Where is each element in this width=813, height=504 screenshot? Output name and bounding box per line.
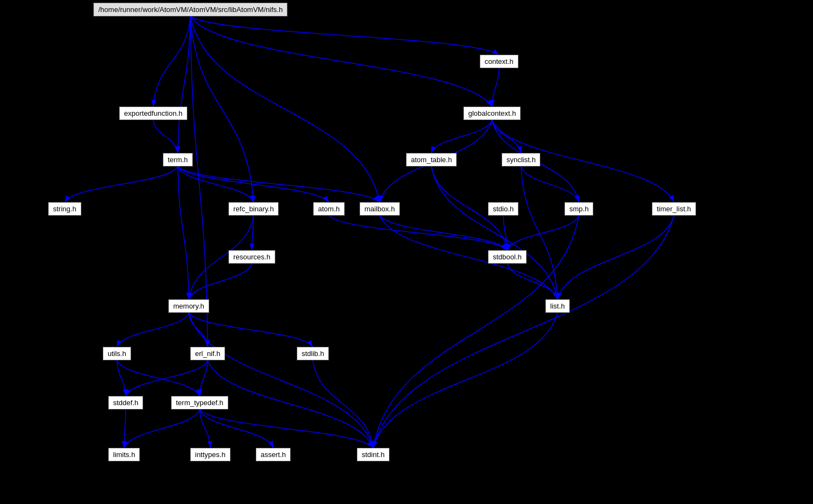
edge-nifs_h-mailbox_h <box>191 16 380 202</box>
node-list_h: list.h <box>545 299 570 313</box>
edge-stdbool_h-list_h <box>508 264 558 299</box>
edge-atom_table_h-list_h <box>432 167 558 299</box>
node-mailbox_h: mailbox.h <box>360 202 400 216</box>
edge-term_h-memory_h <box>178 167 189 299</box>
node-assert_h: assert.h <box>256 448 291 461</box>
node-stdio_h: stdio.h <box>488 202 519 216</box>
graph-container: /home/runner/work/AtomVM/AtomVM/src/libA… <box>0 0 813 504</box>
node-atom_table_h: atom_table.h <box>406 153 457 167</box>
edge-erl_nif_h-stdint_h <box>208 360 373 448</box>
node-memory_h: memory.h <box>168 299 209 313</box>
node-smp_h: smp.h <box>564 202 593 216</box>
node-stdint_h: stdint.h <box>357 448 390 461</box>
edge-atom_h-stdbool_h <box>329 216 508 250</box>
edge-nifs_h-exportedfunction_h <box>154 16 191 106</box>
node-atom_h: atom.h <box>313 202 345 216</box>
edge-stdio_h-stdbool_h <box>503 216 508 250</box>
edge-memory_h-stdint_h <box>189 313 374 448</box>
edge-mailbox_h-list_h <box>380 216 558 299</box>
node-utils_h: utils.h <box>103 347 131 360</box>
edge-globalcontext_h-atom_table_h <box>432 120 492 153</box>
node-stddef_h: stddef.h <box>108 396 143 410</box>
edge-stddef_h-limits_h <box>124 410 126 448</box>
edges-svg <box>0 0 813 504</box>
node-refc_binary_h: refc_binary.h <box>228 202 279 216</box>
edge-utils_h-term_typedef_h <box>117 360 200 396</box>
node-term_h: term.h <box>163 153 193 167</box>
node-stdlib_h: stdlib.h <box>297 347 329 360</box>
node-nifs_h: /home/runner/work/AtomVM/AtomVM/src/libA… <box>93 3 287 16</box>
node-globalcontext_h: globalcontext.h <box>463 106 521 120</box>
edge-resources_h-memory_h <box>189 264 252 299</box>
edge-term_h-string_h <box>65 167 178 202</box>
edge-memory_h-utils_h <box>117 313 189 347</box>
node-exportedfunction_h: exportedfunction.h <box>119 106 187 120</box>
edge-nifs_h-context_h <box>191 16 499 55</box>
edge-globalcontext_h-synclist_h <box>492 120 521 153</box>
edge-term_h-mailbox_h <box>178 167 380 202</box>
edge-term_typedef_h-stdint_h <box>200 410 374 448</box>
node-string_h: string.h <box>48 202 81 216</box>
edge-memory_h-erl_nif_h <box>189 313 208 347</box>
edge-nifs_h-term_h <box>178 16 191 153</box>
node-stdbool_h: stdbool.h <box>488 250 527 264</box>
edge-context_h-globalcontext_h <box>492 68 499 106</box>
node-term_typedef_h: term_typedef.h <box>171 396 228 410</box>
edge-nifs_h-globalcontext_h <box>191 16 492 106</box>
edge-smp_h-stdbool_h <box>508 216 579 250</box>
edge-erl_nif_h-term_typedef_h <box>200 360 208 396</box>
edge-exportedfunction_h-term_h <box>154 120 178 153</box>
node-limits_h: limits.h <box>108 448 140 461</box>
node-resources_h: resources.h <box>228 250 275 264</box>
node-synclist_h: synclist.h <box>502 153 540 167</box>
node-inttypes_h: inttypes.h <box>190 448 231 461</box>
node-context_h: context.h <box>480 55 519 68</box>
edge-term_typedef_h-limits_h <box>124 410 200 448</box>
node-erl_nif_h: erl_nif.h <box>190 347 225 360</box>
node-timer_list_h: timer_list.h <box>652 202 696 216</box>
edge-list_h-stdint_h <box>373 313 558 448</box>
